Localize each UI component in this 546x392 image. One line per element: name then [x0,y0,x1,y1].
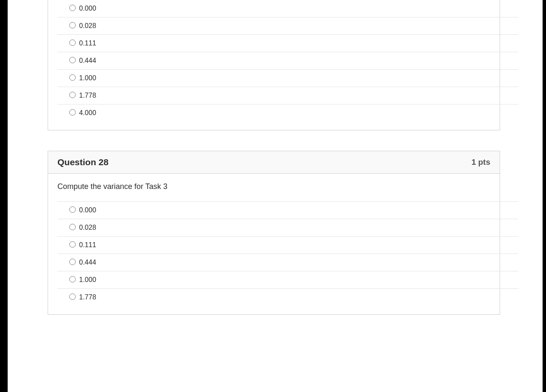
question-header: Question 28 1 pts [48,151,500,174]
option-label[interactable]: 1.000 [79,74,96,82]
question-points: 1 pts [472,158,490,167]
option-label[interactable]: 0.028 [79,224,96,231]
quiz-content: 0.000 0.028 0.111 0.444 1.000 1.778 [8,0,543,392]
option-row[interactable]: 0.000 [57,201,518,219]
option-row[interactable]: 0.000 [57,0,518,17]
option-label[interactable]: 0.028 [79,22,96,30]
option-label[interactable]: 0.444 [79,259,96,266]
radio-icon[interactable] [69,259,76,265]
options-list: 0.000 0.028 0.111 0.444 1.000 1.778 [48,201,500,314]
radio-icon[interactable] [69,206,76,213]
option-label[interactable]: 0.444 [79,57,96,65]
option-label[interactable]: 0.000 [79,206,96,214]
option-label[interactable]: 0.111 [79,39,96,47]
option-label[interactable]: 0.111 [79,241,96,249]
option-row[interactable]: 0.028 [57,219,518,236]
right-edge-strip [543,0,546,392]
radio-icon[interactable] [69,276,76,282]
option-label[interactable]: 4.000 [79,109,96,117]
question-card-28: Question 28 1 pts Compute the variance f… [48,151,500,315]
option-row[interactable]: 1.778 [57,87,518,104]
question-card-27-partial: 0.000 0.028 0.111 0.444 1.000 1.778 [48,0,500,130]
question-prompt: Compute the variance for Task 3 [48,174,500,201]
radio-icon[interactable] [69,92,76,98]
option-row[interactable]: 0.028 [57,17,518,34]
option-row[interactable]: 1.778 [57,288,518,306]
option-row[interactable]: 1.000 [57,271,518,288]
option-label[interactable]: 0.000 [79,5,96,12]
radio-icon[interactable] [69,109,76,116]
option-row[interactable]: 1.000 [57,69,518,87]
option-label[interactable]: 1.778 [79,293,96,301]
option-row[interactable]: 4.000 [57,104,518,121]
option-row[interactable]: 0.111 [57,34,518,52]
radio-icon[interactable] [69,22,76,28]
left-edge-strip [0,0,8,392]
question-title: Question 28 [57,157,108,167]
option-row[interactable]: 0.444 [57,254,518,271]
option-row[interactable]: 0.111 [57,236,518,254]
radio-icon[interactable] [69,241,76,248]
option-label[interactable]: 1.000 [79,276,96,284]
option-label[interactable]: 1.778 [79,92,96,99]
options-list: 0.000 0.028 0.111 0.444 1.000 1.778 [48,0,500,130]
option-row[interactable]: 0.444 [57,52,518,69]
radio-icon[interactable] [69,5,76,11]
radio-icon[interactable] [69,39,76,46]
radio-icon[interactable] [69,74,76,81]
radio-icon[interactable] [69,224,76,230]
radio-icon[interactable] [69,293,76,300]
radio-icon[interactable] [69,57,76,63]
